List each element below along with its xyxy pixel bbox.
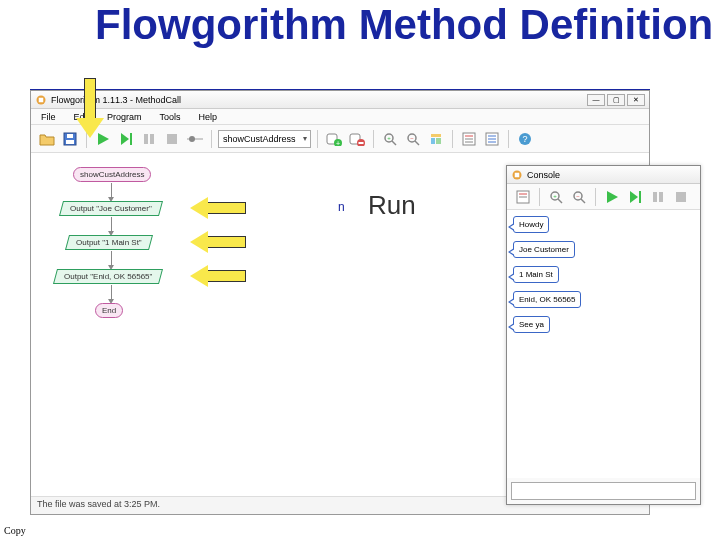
- svg-text:−: −: [576, 193, 580, 199]
- speed-slider-icon[interactable]: [185, 129, 205, 149]
- zoom-in-icon[interactable]: +: [380, 129, 400, 149]
- delete-function-icon[interactable]: [347, 129, 367, 149]
- menu-help[interactable]: Help: [199, 112, 218, 122]
- bullet-marker: n: [338, 200, 345, 214]
- flowchart-output-1[interactable]: Output "Joe Customer": [59, 201, 163, 216]
- menubar: File Edit Program Tools Help: [31, 109, 649, 125]
- console-run-icon[interactable]: [602, 187, 622, 207]
- console-step-icon[interactable]: [625, 187, 645, 207]
- flowchart-output-3[interactable]: Output "Enid, OK 56565": [53, 269, 163, 284]
- svg-line-18: [392, 141, 396, 145]
- console-zoom-out-icon[interactable]: −: [569, 187, 589, 207]
- window-title: Flowgorithm 1.11.3 - MethodCall: [51, 95, 181, 105]
- main-titlebar: Flowgorithm 1.11.3 - MethodCall — ▢ ✕: [31, 91, 649, 109]
- svg-text:+: +: [336, 140, 340, 146]
- zoom-out-icon[interactable]: −: [403, 129, 423, 149]
- close-button[interactable]: ✕: [627, 94, 645, 106]
- flowchart-end[interactable]: End: [95, 303, 123, 318]
- svg-rect-16: [358, 142, 363, 144]
- svg-rect-49: [659, 192, 663, 202]
- pause-icon[interactable]: [139, 129, 159, 149]
- svg-line-21: [415, 141, 419, 145]
- console-toolbar: + −: [507, 184, 700, 210]
- svg-point-10: [189, 136, 195, 142]
- annotation-arrow-left-3: [190, 265, 246, 287]
- svg-rect-24: [431, 138, 435, 144]
- console-window: Console + − Howdy Joe Customer 1 Main St…: [506, 165, 701, 505]
- menu-tools[interactable]: Tools: [160, 112, 181, 122]
- svg-rect-48: [653, 192, 657, 202]
- bullet-text: Run: [368, 190, 416, 221]
- chart-view-icon[interactable]: [482, 129, 502, 149]
- svg-line-42: [558, 199, 562, 203]
- console-pause-icon[interactable]: [648, 187, 668, 207]
- console-line: Enid, OK 56565: [513, 291, 581, 308]
- console-input[interactable]: [511, 482, 696, 500]
- svg-text:+: +: [553, 193, 557, 199]
- console-line: 1 Main St: [513, 266, 559, 283]
- svg-text:?: ?: [522, 134, 527, 144]
- add-function-icon[interactable]: +: [324, 129, 344, 149]
- flowchart-output-2[interactable]: Output "1 Main St": [65, 235, 153, 250]
- stop-icon[interactable]: [162, 129, 182, 149]
- app-icon: [35, 94, 47, 106]
- svg-rect-25: [436, 138, 441, 144]
- svg-line-45: [581, 199, 585, 203]
- console-titlebar: Console: [507, 166, 700, 184]
- console-stop-icon[interactable]: [671, 187, 691, 207]
- svg-rect-5: [130, 133, 132, 145]
- svg-rect-7: [150, 134, 154, 144]
- svg-rect-1: [39, 97, 44, 102]
- open-icon[interactable]: [37, 129, 57, 149]
- svg-text:+: +: [387, 135, 391, 141]
- step-icon[interactable]: [116, 129, 136, 149]
- console-variables-icon[interactable]: [513, 187, 533, 207]
- console-line: Joe Customer: [513, 241, 575, 258]
- minimize-button[interactable]: —: [587, 94, 605, 106]
- console-title: Console: [527, 170, 560, 180]
- annotation-arrow-left-2: [190, 231, 246, 253]
- console-app-icon: [511, 169, 523, 181]
- svg-rect-47: [639, 191, 641, 203]
- svg-rect-23: [431, 134, 441, 137]
- menu-file[interactable]: File: [41, 112, 56, 122]
- svg-rect-6: [144, 134, 148, 144]
- function-selector[interactable]: showCustAddress: [218, 130, 311, 148]
- main-toolbar: showCustAddress + + − ?: [31, 125, 649, 153]
- menu-program[interactable]: Program: [107, 112, 142, 122]
- console-line: See ya: [513, 316, 550, 333]
- console-line: Howdy: [513, 216, 549, 233]
- console-zoom-in-icon[interactable]: +: [546, 187, 566, 207]
- svg-rect-3: [66, 140, 74, 144]
- slide-title: Flowgorithm Method Definition: [95, 5, 713, 45]
- annotation-arrow-down: [76, 78, 104, 138]
- svg-rect-4: [67, 134, 73, 138]
- svg-text:−: −: [410, 135, 414, 141]
- help-icon[interactable]: ?: [515, 129, 535, 149]
- annotation-arrow-left-1: [190, 197, 246, 219]
- svg-rect-37: [515, 172, 520, 177]
- console-body: Howdy Joe Customer 1 Main St Enid, OK 56…: [507, 210, 700, 478]
- code-view-icon[interactable]: [459, 129, 479, 149]
- svg-rect-8: [167, 134, 177, 144]
- layout-icon[interactable]: [426, 129, 446, 149]
- maximize-button[interactable]: ▢: [607, 94, 625, 106]
- svg-rect-50: [676, 192, 686, 202]
- flowchart-start[interactable]: showCustAddress: [73, 167, 151, 182]
- copyright: Copy: [4, 525, 26, 536]
